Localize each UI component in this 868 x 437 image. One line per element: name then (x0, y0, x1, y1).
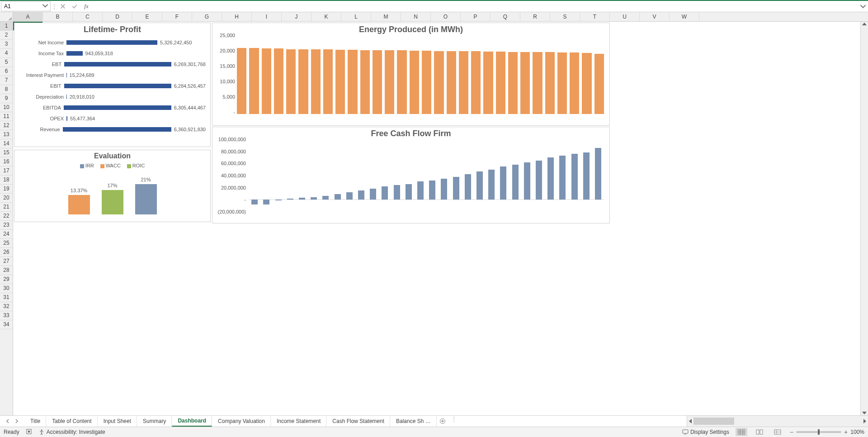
column-header[interactable]: O (431, 12, 461, 21)
column-header[interactable]: V (640, 12, 670, 21)
column-header[interactable]: H (222, 12, 252, 21)
row-header[interactable]: 24 (0, 230, 13, 239)
view-page-break-button[interactable] (772, 428, 783, 436)
row-header[interactable]: 13 (0, 130, 13, 139)
chart-lifetime-profit[interactable]: Lifetime- Profit Net Income5,326,242,450… (14, 23, 211, 147)
insert-function-button[interactable]: fx (81, 2, 91, 11)
tab-nav-next[interactable] (14, 419, 20, 423)
row-header[interactable]: 34 (0, 320, 13, 329)
name-box-input[interactable] (3, 3, 37, 10)
row-header[interactable]: 30 (0, 284, 13, 293)
row-header[interactable]: 31 (0, 293, 13, 302)
row-header[interactable]: 11 (0, 112, 13, 121)
tab-overflow-icon[interactable]: ⋮ (448, 416, 459, 427)
zoom-level[interactable]: 100% (850, 429, 864, 435)
column-header[interactable]: B (43, 12, 73, 21)
row-header[interactable]: 17 (0, 166, 13, 176)
row-header[interactable]: 32 (0, 302, 13, 311)
sheet-tab[interactable]: Title (24, 416, 46, 427)
column-header[interactable]: A (13, 12, 43, 21)
row-header[interactable]: 28 (0, 266, 13, 275)
column-header[interactable]: T (580, 12, 610, 21)
column-header[interactable]: F (162, 12, 192, 21)
column-header[interactable]: U (610, 12, 640, 21)
row-header[interactable]: 18 (0, 176, 13, 185)
row-header[interactable]: 10 (0, 103, 13, 112)
zoom-in-button[interactable]: + (844, 428, 848, 436)
horizontal-scrollbar[interactable] (687, 416, 868, 427)
sheet-tab[interactable]: Company Valuation (212, 416, 271, 427)
accessibility-status[interactable]: Accessibility: Investigate (38, 429, 105, 435)
row-header[interactable]: 25 (0, 239, 13, 248)
select-all-corner[interactable] (0, 12, 13, 21)
cells-area[interactable]: Lifetime- Profit Net Income5,326,242,450… (13, 22, 860, 415)
column-header[interactable]: L (341, 12, 371, 21)
row-header[interactable]: 15 (0, 148, 13, 157)
column-header[interactable]: E (132, 12, 162, 21)
column-header[interactable]: M (371, 12, 401, 21)
chart-evaluation[interactable]: Evaluation IRR WACC ROIC 13.37%17%21% (14, 150, 211, 222)
display-settings-button[interactable]: Display Settings (682, 429, 729, 435)
scroll-right-icon[interactable] (863, 419, 866, 423)
tab-nav-prev[interactable] (5, 419, 11, 423)
row-header[interactable]: 14 (0, 139, 13, 148)
row-header[interactable]: 19 (0, 185, 13, 194)
sheet-tab[interactable]: Dashboard (172, 416, 212, 427)
sheet-tab[interactable]: Income Statement (271, 416, 326, 427)
chart-free-cash-flow[interactable]: Free Cash Flow Firm 100,000,00080,000,00… (212, 127, 610, 223)
row-header[interactable]: 21 (0, 203, 13, 212)
zoom-out-button[interactable]: − (790, 428, 793, 436)
scroll-left-icon[interactable] (689, 419, 692, 423)
scroll-down-icon[interactable] (862, 412, 867, 414)
row-header[interactable]: 1 (0, 22, 13, 31)
row-header[interactable]: 6 (0, 67, 13, 76)
row-header[interactable]: 23 (0, 221, 13, 230)
expand-formula-bar-button[interactable] (859, 2, 867, 11)
column-header[interactable]: W (670, 12, 699, 21)
column-header[interactable]: G (192, 12, 222, 21)
row-header[interactable]: 4 (0, 49, 13, 58)
row-header[interactable]: 9 (0, 94, 13, 103)
sheet-tab[interactable]: Summary (137, 416, 172, 427)
column-header[interactable]: D (103, 12, 132, 21)
row-header[interactable]: 5 (0, 58, 13, 67)
column-header[interactable]: N (401, 12, 431, 21)
row-header[interactable]: 22 (0, 212, 13, 221)
column-header[interactable]: K (311, 12, 341, 21)
row-header[interactable]: 2 (0, 31, 13, 40)
row-header[interactable]: 3 (0, 40, 13, 49)
zoom-slider[interactable] (796, 431, 841, 433)
row-header[interactable]: 26 (0, 248, 13, 257)
column-header[interactable]: I (252, 12, 282, 21)
macro-record-icon[interactable] (26, 428, 32, 436)
sheet-tab[interactable]: Input Sheet (98, 416, 137, 427)
column-header[interactable]: S (550, 12, 580, 21)
row-header[interactable]: 8 (0, 85, 13, 94)
row-header[interactable]: 12 (0, 121, 13, 130)
chevron-down-icon[interactable] (42, 3, 48, 10)
column-header[interactable]: R (520, 12, 550, 21)
sheet-tab[interactable]: Balance Sh … (390, 416, 437, 427)
formula-input[interactable] (93, 2, 857, 11)
view-page-layout-button[interactable] (754, 428, 765, 436)
scroll-up-icon[interactable] (862, 23, 867, 25)
cancel-formula-button[interactable] (58, 2, 68, 11)
column-header[interactable]: P (461, 12, 491, 21)
name-box[interactable] (1, 1, 51, 11)
add-sheet-button[interactable] (437, 416, 448, 427)
row-header[interactable]: 20 (0, 194, 13, 203)
sheet-tab[interactable]: Table of Content (46, 416, 97, 427)
vertical-scrollbar[interactable] (860, 22, 868, 415)
sheet-tab[interactable]: Cash Flow Statement (326, 416, 390, 427)
row-header[interactable]: 29 (0, 275, 13, 284)
column-header[interactable]: J (282, 12, 311, 21)
column-header[interactable]: C (73, 12, 103, 21)
row-header[interactable]: 16 (0, 157, 13, 166)
row-header[interactable]: 27 (0, 257, 13, 266)
chart-energy-produced[interactable]: Energy Produced (in MWh) 25,00020,00015,… (212, 23, 610, 126)
row-header[interactable]: 7 (0, 76, 13, 85)
view-normal-button[interactable] (736, 428, 747, 436)
row-header[interactable]: 33 (0, 311, 13, 320)
confirm-formula-button[interactable] (70, 2, 80, 11)
column-header[interactable]: Q (491, 12, 520, 21)
